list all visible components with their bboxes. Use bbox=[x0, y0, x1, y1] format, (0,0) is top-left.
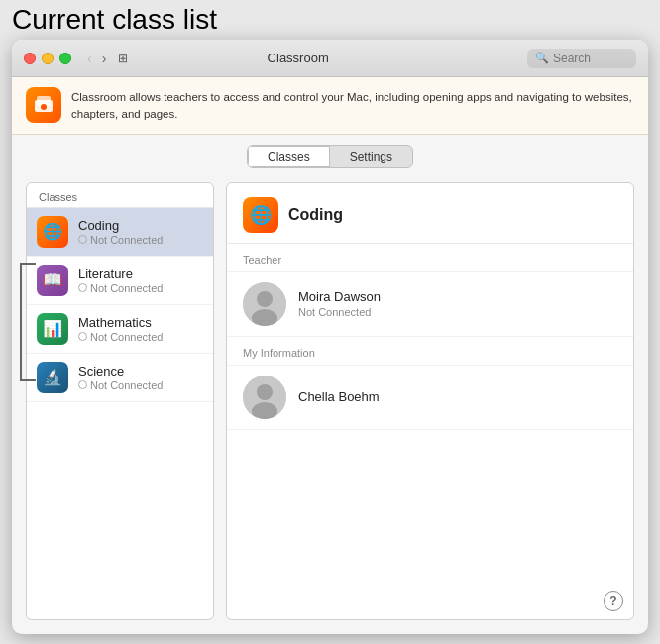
teacher-status: Not Connected bbox=[298, 306, 381, 318]
detail-class-icon: 🌐 bbox=[243, 197, 278, 233]
status-circle-icon bbox=[78, 235, 87, 244]
teacher-info: Moira Dawson Not Connected bbox=[298, 289, 381, 318]
literature-icon: 📖 bbox=[37, 265, 68, 296]
sidebar-item-mathematics[interactable]: 📊 Mathematics Not Connected bbox=[27, 305, 213, 354]
detail-spacer bbox=[227, 430, 633, 585]
science-status: Not Connected bbox=[78, 379, 163, 391]
literature-info: Literature Not Connected bbox=[78, 267, 163, 294]
teacher-section-label: Teacher bbox=[227, 244, 633, 272]
titlebar-title: Classroom bbox=[68, 51, 527, 65]
status-circle-icon bbox=[78, 283, 87, 292]
student-avatar-svg bbox=[243, 376, 286, 419]
banner-text: Classroom allows teachers to access and … bbox=[71, 87, 634, 124]
teacher-avatar bbox=[243, 282, 286, 326]
titlebar: ‹ › ⊞ Classroom 🔍 bbox=[12, 40, 648, 77]
sidebar-item-coding[interactable]: 🌐 Coding Not Connected bbox=[27, 208, 213, 257]
student-name: Chella Boehm bbox=[298, 389, 380, 404]
svg-point-4 bbox=[257, 291, 273, 307]
sidebar-item-literature[interactable]: 📖 Literature Not Connected bbox=[27, 257, 213, 305]
detail-header: 🌐 Coding bbox=[227, 183, 633, 244]
student-row: Chella Boehm bbox=[227, 366, 633, 430]
teacher-row: Moira Dawson Not Connected bbox=[227, 272, 633, 337]
content-area: Classes 🌐 Coding Not Connected 📖 Literat… bbox=[12, 174, 648, 635]
mathematics-info: Mathematics Not Connected bbox=[78, 315, 163, 343]
close-button[interactable] bbox=[24, 53, 36, 64]
search-icon: 🔍 bbox=[535, 52, 549, 64]
coding-status: Not Connected bbox=[78, 234, 163, 246]
sidebar: Classes 🌐 Coding Not Connected 📖 Literat… bbox=[26, 182, 214, 621]
mathematics-status: Not Connected bbox=[78, 331, 163, 343]
app-icon bbox=[26, 87, 61, 123]
tab-settings[interactable]: Settings bbox=[330, 146, 412, 167]
coding-name: Coding bbox=[78, 218, 163, 233]
svg-point-7 bbox=[257, 384, 273, 400]
tabs-row: Classes Settings bbox=[12, 135, 648, 174]
help-row: ? bbox=[227, 584, 633, 619]
coding-info: Coding Not Connected bbox=[78, 218, 163, 246]
science-name: Science bbox=[78, 364, 163, 378]
my-info-section-label: My Information bbox=[227, 337, 633, 366]
literature-status: Not Connected bbox=[78, 282, 163, 294]
main-window: ‹ › ⊞ Classroom 🔍 Classroom allows teach… bbox=[12, 40, 648, 634]
tab-classes[interactable]: Classes bbox=[248, 146, 330, 167]
student-info: Chella Boehm bbox=[298, 389, 380, 404]
mathematics-icon: 📊 bbox=[37, 313, 68, 345]
traffic-lights bbox=[24, 53, 71, 64]
notification-banner: Classroom allows teachers to access and … bbox=[12, 77, 648, 135]
sidebar-header: Classes bbox=[27, 183, 213, 208]
status-circle-icon bbox=[78, 380, 87, 389]
tab-group: Classes Settings bbox=[247, 145, 413, 168]
teacher-name: Moira Dawson bbox=[298, 289, 381, 304]
teacher-avatar-svg bbox=[243, 282, 286, 326]
science-info: Science Not Connected bbox=[78, 364, 163, 391]
help-button[interactable]: ? bbox=[604, 591, 623, 611]
page-title: Current class list bbox=[12, 4, 217, 36]
search-input[interactable] bbox=[553, 52, 632, 65]
student-avatar bbox=[243, 376, 286, 419]
search-box[interactable]: 🔍 bbox=[527, 49, 636, 68]
mathematics-name: Mathematics bbox=[78, 315, 163, 330]
detail-panel: 🌐 Coding Teacher Moira Dawson Not Connec… bbox=[226, 182, 634, 621]
sidebar-item-science[interactable]: 🔬 Science Not Connected bbox=[27, 354, 213, 402]
science-icon: 🔬 bbox=[37, 362, 68, 393]
literature-name: Literature bbox=[78, 267, 163, 281]
status-circle-icon bbox=[78, 332, 87, 341]
detail-class-name: Coding bbox=[288, 206, 343, 224]
minimize-button[interactable] bbox=[42, 53, 54, 64]
svg-point-2 bbox=[41, 104, 47, 110]
coding-icon: 🌐 bbox=[37, 216, 68, 248]
